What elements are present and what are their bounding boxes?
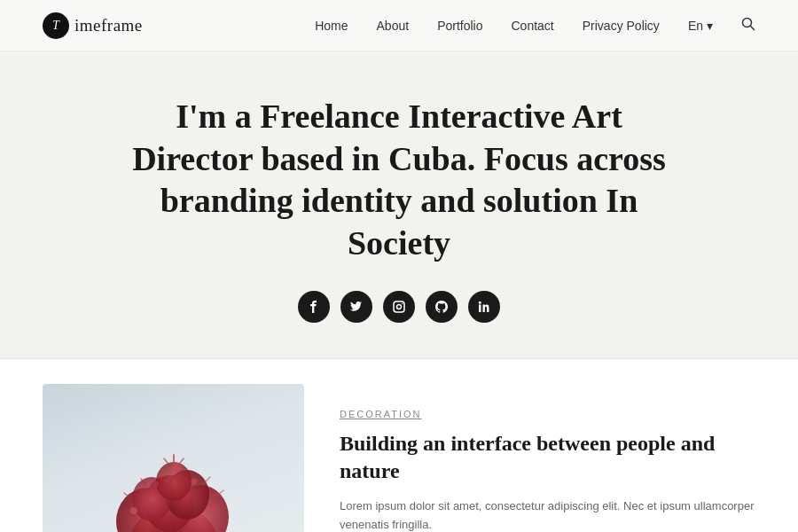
nav-about[interactable]: About: [377, 19, 410, 33]
facebook-icon[interactable]: [298, 291, 330, 323]
svg-point-16: [172, 464, 181, 473]
nav-portfolio[interactable]: Portfolio: [437, 19, 482, 33]
svg-point-17: [153, 481, 159, 487]
hero-title: I'm a Freelance Interactive Art Director…: [124, 96, 674, 264]
hero-section: I'm a Freelance Interactive Art Director…: [0, 51, 798, 358]
nav-home[interactable]: Home: [315, 19, 348, 33]
post-category[interactable]: DECORATION: [340, 409, 755, 419]
svg-point-4: [402, 303, 403, 305]
content-section: DECORATION Building an interface between…: [0, 359, 798, 532]
svg-point-15: [210, 505, 216, 512]
svg-rect-5: [479, 305, 481, 313]
instagram-icon[interactable]: [383, 291, 415, 323]
nav-contact[interactable]: Contact: [511, 19, 553, 33]
svg-point-6: [479, 301, 481, 304]
svg-point-3: [397, 305, 402, 309]
logo[interactable]: T imeframe: [43, 12, 143, 39]
post-content: DECORATION Building an interface between…: [340, 384, 755, 532]
svg-point-14: [130, 507, 137, 514]
social-links: [43, 291, 755, 323]
svg-line-1: [751, 26, 755, 29]
post-title: Building an interface between people and…: [340, 430, 755, 485]
logo-icon: T: [43, 12, 69, 39]
post-image-inner: [43, 384, 304, 532]
search-button[interactable]: [741, 17, 755, 35]
twitter-icon[interactable]: [340, 291, 372, 323]
svg-rect-2: [394, 301, 404, 312]
linkedin-icon[interactable]: [468, 291, 500, 323]
nav-privacy[interactable]: Privacy Policy: [583, 19, 660, 33]
language-selector[interactable]: En ▾: [688, 19, 713, 33]
site-header: T imeframe Home About Portfolio Contact …: [0, 0, 798, 51]
post-excerpt: Lorem ipsum dolor sit amet, consectetur …: [340, 497, 755, 532]
post-image: [43, 384, 304, 532]
svg-point-18: [191, 479, 197, 485]
main-nav: Home About Portfolio Contact Privacy Pol…: [315, 17, 755, 35]
logo-text: imeframe: [74, 16, 143, 35]
github-icon[interactable]: [426, 291, 458, 323]
